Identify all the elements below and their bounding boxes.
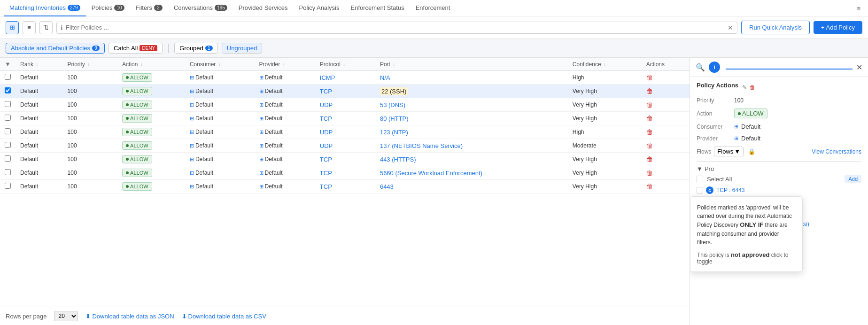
col-action[interactable]: Action ↕ (117, 58, 185, 71)
col-port[interactable]: Port ↕ (375, 58, 568, 71)
download-json-link[interactable]: ⬇ Download table data as JSON (85, 313, 174, 320)
row-delete[interactable]: 🗑 (642, 180, 690, 193)
run-quick-analysis-button[interactable]: Run Quick Analysis (741, 21, 810, 34)
col-confidence[interactable]: Confidence ↕ (568, 58, 642, 71)
ungrouped-chip[interactable]: Ungrouped (222, 43, 262, 54)
row-protocol[interactable]: ICMP (315, 71, 375, 85)
add-button[interactable]: Add (845, 175, 861, 183)
row-protocol[interactable]: UDP (315, 139, 375, 153)
row-checkbox[interactable] (0, 125, 16, 139)
panel-info-icon[interactable]: i (709, 62, 720, 73)
row-delete[interactable]: 🗑 (642, 71, 690, 85)
row-checkbox[interactable] (0, 139, 16, 153)
row-port[interactable]: 53 (DNS) (375, 98, 568, 112)
view-grid-button[interactable]: ⊞ (6, 21, 19, 34)
edit-policy-icon[interactable]: ✎ (742, 84, 747, 91)
col-priority[interactable]: Priority ↕ (63, 58, 118, 71)
row-checkbox[interactable] (0, 71, 16, 85)
absolute-badge: 9 (92, 46, 100, 51)
row-checkbox[interactable] (0, 112, 16, 125)
conv-section-header[interactable]: ▼ Pro (697, 165, 861, 172)
grouped-chip[interactable]: Grouped 1 (174, 43, 218, 54)
tab-policy-analysis[interactable]: Policy Analysis (294, 0, 345, 16)
panel-search-icon[interactable]: 🔍 (696, 63, 705, 72)
row-checkbox[interactable] (0, 98, 16, 112)
row-protocol[interactable]: TCP (315, 85, 375, 98)
table-row[interactable]: Default 100 ALLOW ⊞Default ⊞Default UDP … (0, 125, 690, 139)
catch-all-chip[interactable]: Catch All DENY (108, 43, 163, 54)
row-rank: Default (16, 139, 63, 153)
row-delete[interactable]: 🗑 (642, 125, 690, 139)
tab-matching-inventories[interactable]: Matching Inventories 279 (4, 0, 86, 16)
row-port[interactable]: 22 (SSH) (375, 85, 568, 98)
priority-row: Priority 100 (697, 97, 861, 104)
row-checkbox[interactable] (0, 85, 16, 98)
row-checkbox[interactable] (0, 166, 16, 180)
row-port[interactable]: 5660 (Secure Workload Enforcement) (375, 166, 568, 180)
search-clear-icon[interactable]: ✕ (728, 24, 733, 31)
table-row[interactable]: Default 100 ALLOW ⊞Default ⊞Default UDP … (0, 98, 690, 112)
row-delete[interactable]: 🗑 (642, 112, 690, 125)
flows-dropdown[interactable]: Flows ▼ (714, 147, 744, 156)
view-conversations-link[interactable]: View Conversations (812, 148, 861, 155)
rows-per-page-select[interactable]: 20 50 100 (54, 311, 78, 321)
col-protocol[interactable]: Protocol ↕ (315, 58, 375, 71)
select-all-checkbox[interactable] (697, 176, 703, 182)
row-port[interactable]: 80 (HTTP) (375, 112, 568, 125)
table-row[interactable]: Default 100 ALLOW ⊞Default ⊞Default UDP … (0, 139, 690, 153)
panel-divider (697, 161, 861, 162)
col-rank[interactable]: Rank ↕ (16, 58, 63, 71)
panel-tab-active[interactable] (726, 65, 741, 70)
conv-item-label-0[interactable]: TCP : 6443 (716, 187, 744, 193)
tab-policies[interactable]: Policies 10 (86, 0, 130, 16)
row-checkbox[interactable] (0, 180, 16, 193)
col-provider[interactable]: Provider ↑ (255, 58, 315, 71)
conv-expand-icon: ▼ (697, 165, 703, 172)
row-delete[interactable]: 🗑 (642, 85, 690, 98)
row-provider: ⊞Default (255, 125, 315, 139)
table-row[interactable]: Default 100 ALLOW ⊞Default ⊞Default TCP … (0, 180, 690, 193)
tab-enforcement-status[interactable]: Enforcement Status (345, 0, 410, 16)
row-port[interactable]: 443 (HTTPS) (375, 153, 568, 166)
row-port[interactable]: 6443 (375, 180, 568, 193)
delete-policy-icon[interactable]: 🗑 (750, 84, 755, 91)
tab-provided-services[interactable]: Provided Services (233, 0, 294, 16)
tab-filters[interactable]: Filters 2 (130, 0, 168, 16)
table-row[interactable]: Default 100 ALLOW ⊞Default ⊞Default ICMP… (0, 71, 690, 85)
row-port[interactable]: 123 (NTP) (375, 125, 568, 139)
tab-conversations[interactable]: Conversations 165 (168, 0, 233, 16)
row-rank: Default (16, 166, 63, 180)
row-delete[interactable]: 🗑 (642, 139, 690, 153)
row-delete[interactable]: 🗑 (642, 153, 690, 166)
conv-item-checkbox-0[interactable] (697, 187, 703, 193)
table-row[interactable]: Default 100 ALLOW ⊞Default ⊞Default TCP … (0, 166, 690, 180)
close-icon[interactable]: ✕ (856, 63, 862, 72)
col-consumer[interactable]: Consumer ↕ (185, 58, 255, 71)
row-protocol[interactable]: UDP (315, 125, 375, 139)
row-protocol[interactable]: UDP (315, 98, 375, 112)
row-checkbox[interactable] (0, 153, 16, 166)
row-port[interactable]: 137 (NETBIOS Name Service) (375, 139, 568, 153)
download-csv-link[interactable]: ⬇ Download table data as CSV (182, 313, 266, 320)
search-input[interactable] (66, 24, 725, 31)
row-protocol[interactable]: TCP (315, 166, 375, 180)
row-delete[interactable]: 🗑 (642, 166, 690, 180)
table-row[interactable]: Default 100 ALLOW ⊞Default ⊞Default TCP … (0, 153, 690, 166)
row-port[interactable]: N/A (375, 71, 568, 85)
row-protocol[interactable]: TCP (315, 112, 375, 125)
row-action: ALLOW (117, 180, 185, 193)
policy-actions-title: Policy Actions (697, 82, 738, 89)
view-options-button[interactable]: ⇅ (39, 21, 53, 34)
row-confidence: Very High (568, 112, 642, 125)
view-list-button[interactable]: ≡ (23, 21, 36, 34)
row-protocol[interactable]: TCP (315, 153, 375, 166)
nav-menu-icon[interactable]: ≡ (853, 3, 864, 14)
tab-enforcement[interactable]: Enforcement (410, 0, 456, 16)
absolute-default-policies-chip[interactable]: Absolute and Default Policies 9 (6, 43, 105, 54)
row-protocol[interactable]: TCP (315, 180, 375, 193)
table-row[interactable]: Default 100 ALLOW ⊞Default ⊞Default TCP … (0, 112, 690, 125)
row-delete[interactable]: 🗑 (642, 98, 690, 112)
table-row[interactable]: Default 100 ALLOW ⊞Default ⊞Default TCP … (0, 85, 690, 98)
add-policy-button[interactable]: + Add Policy (814, 21, 862, 34)
col-filter[interactable]: ▼ (0, 58, 16, 71)
